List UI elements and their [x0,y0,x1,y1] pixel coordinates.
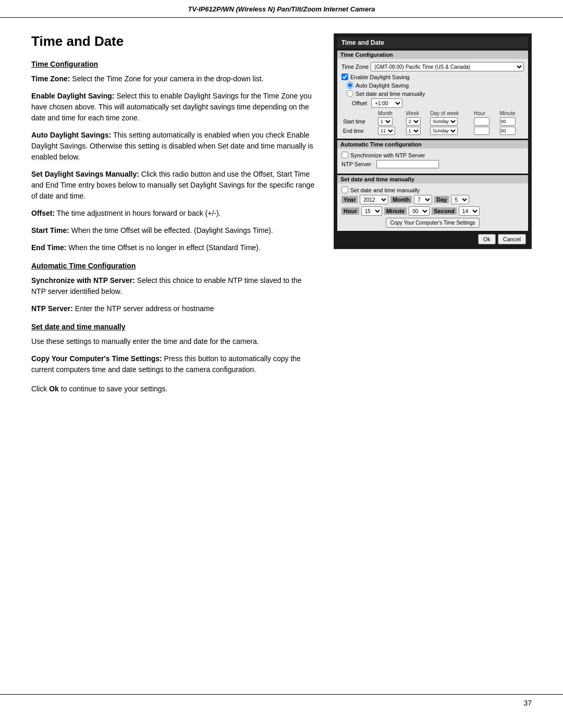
offset-label: Offset: [31,209,55,217]
panel-timezone-label: Time Zone [341,64,369,70]
page-footer: 37 [0,694,563,707]
panel-auto-daylight-row: Auto Daylight Saving [347,82,524,89]
end-time-desc: When the time Offset is no longer in eff… [68,243,260,252]
panel-ymd-row: Year 2012 Month 7 Day 5 [341,195,524,204]
second-select[interactable]: 14 [459,206,480,216]
end-day-cell: Sunday [429,126,472,135]
panel-offset-label: Offset [352,100,367,106]
enable-daylight-checkbox[interactable] [341,73,348,80]
panel-offset-select[interactable]: +1:00 [371,98,402,108]
page-header: TV-IP612P/WN (Wireless N) Pan/Tilt/Zoom … [0,0,563,18]
end-minute-input[interactable] [500,127,516,135]
end-month-select[interactable]: 11 [378,127,395,135]
start-hour-input[interactable] [474,117,489,126]
start-week-cell: 2 [405,117,429,126]
end-hour-input[interactable] [474,127,489,135]
auto-time-heading: Automatic Time Configuration [31,262,318,270]
col-hour: Hour [472,110,498,117]
set-daylight-text: Set Daylight Savings Manually: Click thi… [31,169,318,202]
col-week: Week [405,110,429,117]
enable-daylight-label: Enable Daylight Saving: [31,92,114,100]
set-date-checkbox-label: Set date and time manually [350,187,420,193]
minute-label-field: Minute [384,207,407,215]
col-month: Month [376,110,405,117]
copy-time-button[interactable]: Copy Your Computer's Time Settings [386,218,479,228]
panel-ntp-server-row: NTP Server [341,160,524,168]
set-date-section: Set date and time manually Use these set… [31,323,318,375]
copy-time-label: Copy Your Computer's Time Settings: [31,354,162,363]
panel-set-date-title: Set date and time manually [337,175,528,183]
panel-time-config: Time Configuration Time Zone (GMT-08:00)… [337,51,528,139]
start-time-label: Start Time: [31,226,69,235]
panel-title: Time and Date [337,37,528,48]
ok-desc-text: Click Ok to continue to save your settin… [31,385,168,393]
start-time-cell-label: Start time [341,117,376,126]
panel-ok-cancel-row: Ok Cancel [337,233,528,245]
page-number: 37 [523,699,532,707]
start-day-select[interactable]: Sunday [430,117,458,126]
ntp-server-input[interactable] [376,160,439,168]
start-minute-cell [498,117,524,126]
month-label-field: Month [390,196,412,203]
time-config-section: Time Configuration Time Zone: Select the… [31,60,318,253]
end-time-cell-label: End time [341,126,376,135]
month-select[interactable]: 7 [414,195,432,204]
panel-time-config-title: Time Configuration [337,51,528,59]
start-month-select[interactable]: 1 [378,117,393,126]
auto-daylight-label: Auto Daylight Savings: [31,131,111,139]
end-day-select[interactable]: Sunday [430,127,458,135]
enable-daylight-panel-label: Enable Daylight Saving [350,74,410,80]
timezone-label: Time Zone: [31,75,70,83]
panel-hms-row: Hour 15 Minute 00 Second 14 [341,206,524,216]
second-label-field: Second [432,207,457,215]
left-column: Time and Date Time Configuration Time Zo… [31,33,318,401]
camera-panel: Time and Date Time Configuration Time Zo… [334,33,532,249]
start-time-text: Start Time: When the time Offset will be… [31,225,318,236]
panel-timezone-select[interactable]: (GMT-08:00) Pacific Time (US & Canada) [371,62,524,71]
start-week-select[interactable]: 2 [406,117,421,126]
set-manually-panel-label: Set date and time manually [356,91,425,97]
offset-text: Offset: The time adjustment in hours for… [31,208,318,219]
camera-panel-column: Time and Date Time Configuration Time Zo… [334,33,532,401]
panel-set-date-checkbox-row: Set date and time manually [341,187,524,193]
start-minute-input[interactable] [500,117,516,126]
end-minute-cell [498,126,524,135]
start-time-row: Start time 1 2 [341,117,524,126]
start-day-cell: Sunday [429,117,472,126]
ntp-server-panel-label: NTP Server [341,161,371,167]
start-month-cell: 1 [376,117,405,126]
set-manually-radio[interactable] [347,90,353,97]
ok-button[interactable]: Ok [478,234,496,244]
panel-set-date: Set date and time manually Set date and … [337,175,528,231]
end-hour-cell [472,126,498,135]
hour-select[interactable]: 15 [361,206,382,216]
minute-select[interactable]: 00 [409,206,430,216]
panel-set-manually-row: Set date and time manually [347,90,524,97]
year-select[interactable]: 2012 [360,195,388,204]
ntp-sync-text: Synchronize with NTP Server: Select this… [31,275,318,297]
panel-auto-time-title: Automatic Time configuration [337,140,528,149]
col-day-of-week: Day of week [429,110,472,117]
auto-daylight-panel-label: Auto Daylight Saving [356,82,409,89]
timezone-desc: Select the Time Zone for your camera in … [72,75,263,83]
end-month-cell: 11 [376,126,405,135]
ntp-sync-checkbox[interactable] [341,152,348,158]
ntp-server-desc: Enter the NTP server address or hostname [75,304,214,313]
set-date-desc: Use these settings to manually enter the… [31,336,318,347]
panel-timezone-row: Time Zone (GMT-08:00) Pacific Time (US &… [341,62,524,71]
auto-daylight-text: Auto Daylight Savings: This setting auto… [31,130,318,163]
ntp-server-label: NTP Server: [31,304,73,313]
end-week-select[interactable]: 1 [406,127,421,135]
panel-ntp-sync-row: Synchronize with NTP Server [341,152,524,158]
ntp-sync-panel-label: Synchronize with NTP Server [350,152,425,158]
cancel-button[interactable]: Cancel [498,234,526,244]
ntp-server-text: NTP Server: Enter the NTP server address… [31,303,318,314]
auto-daylight-radio[interactable] [347,82,353,89]
timezone-text: Time Zone: Select the Time Zone for your… [31,73,318,84]
start-time-desc: When the time Offset will be effected. (… [71,226,273,235]
col-minute: Minute [498,110,524,117]
day-select[interactable]: 5 [451,195,469,204]
ntp-sync-label: Synchronize with NTP Server: [31,276,135,285]
set-date-checkbox[interactable] [341,187,348,193]
start-hour-cell [472,117,498,126]
